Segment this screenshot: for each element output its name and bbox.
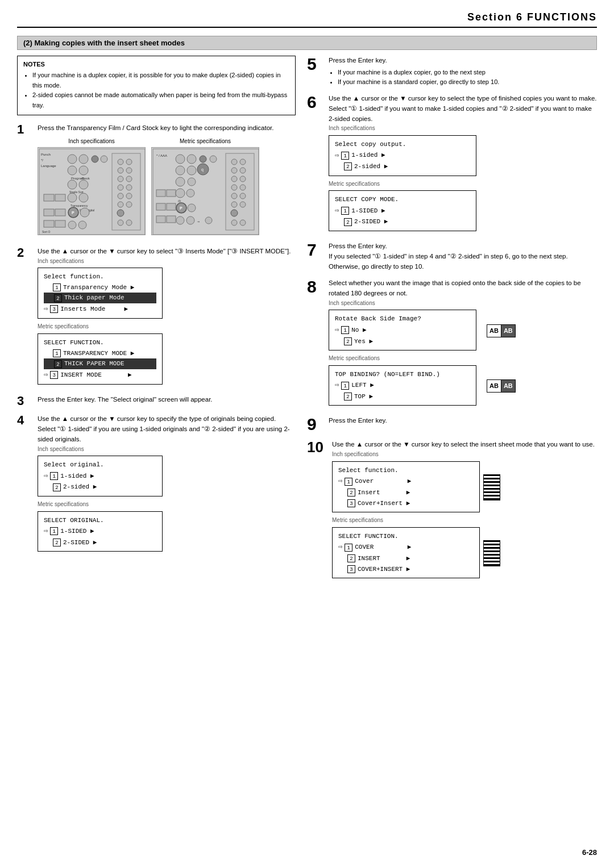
svg-point-89 <box>231 220 237 226</box>
step-4-metric-label: Metric specifications <box>38 500 296 509</box>
step-5-list: If your machine is a duplex copier, go t… <box>329 68 597 87</box>
ab-graphic-inch: AB AB <box>487 324 516 337</box>
step-7-text: Press the Enter key. <box>329 243 387 249</box>
svg-point-48 <box>176 155 185 164</box>
svg-point-85 <box>240 193 246 199</box>
svg-point-18 <box>79 193 88 202</box>
svg-text:Transparency: Transparency <box>70 204 88 207</box>
header: Section 6 FUNCTIONS <box>17 11 597 28</box>
svg-point-8 <box>68 166 77 175</box>
svg-point-53 <box>176 166 185 175</box>
step-2-text: Use the ▲ cursor or the ▼ cursor key to … <box>38 248 291 254</box>
svg-point-86 <box>231 202 237 207</box>
svg-point-25 <box>80 208 89 217</box>
step-5-bullet-1: If your machine is a duplex copier, go t… <box>338 68 597 77</box>
lcd-row-3: ⇨ 3 Inserts Mode ▶ <box>44 303 156 315</box>
lcd-row-1: ⇨ 1 1-sided ▶ <box>335 150 470 161</box>
lcd-title: Select function. <box>44 272 156 282</box>
svg-rect-64 <box>156 203 165 210</box>
svg-point-54 <box>187 166 196 175</box>
lcd-row-1: ⇨ 1 No ▶ <box>335 324 470 336</box>
step-9: 9 Press the Enter key. <box>307 416 597 433</box>
lcd-metric-row-1: ⇨ 1 1-SIDED ▶ <box>335 205 470 216</box>
lcd-metric-row-1: 1 TRANSPARENCY MODE ▶ <box>44 348 156 359</box>
lcd-metric-row-3: ⇨ 3 INSERT MODE ▶ <box>44 369 156 381</box>
svg-text:q: q <box>201 168 204 172</box>
lcd-metric-row-2: 2 THICK PAPER MODE <box>44 358 156 369</box>
lcd-row-3: 3 Cover+Insert ▶ <box>338 498 474 509</box>
step-10-metric-lcd: SELECT FUNCTION. ⇨ 1 COVER ▶ 2 INSERT ▶ <box>332 527 480 578</box>
step-5-number: 5 <box>307 56 329 73</box>
lcd-metric-row-1: ⇨ 1 COVER ▶ <box>338 541 474 553</box>
step-8-metric-row: TOP BINDING? (NO=LEFT BIND.) ⇨ 1 LEFT ▶ … <box>329 363 597 410</box>
svg-point-82 <box>231 185 237 190</box>
step-6-content: Use the ▲ cursor or the ▼ cursor key to … <box>329 94 597 235</box>
lcd-metric-row-2: 2 TOP ▶ <box>335 391 470 402</box>
right-column: 5 Press the Enter key. If your machine i… <box>307 56 597 589</box>
svg-point-84 <box>231 193 237 199</box>
svg-point-88 <box>231 210 238 216</box>
lcd-row-1: 1 Transparency Mode ▶ <box>44 282 156 293</box>
lcd-metric-title: SELECT FUNCTION. <box>44 337 156 348</box>
svg-point-83 <box>240 185 246 190</box>
step-3-text: Press the Enter key. The "Select origina… <box>38 396 213 403</box>
svg-text:Sort O: Sort O <box>42 230 51 233</box>
svg-point-33 <box>126 159 132 165</box>
svg-point-90 <box>240 220 246 226</box>
ab-left: AB <box>487 325 501 337</box>
step-6-number: 6 <box>307 94 329 111</box>
page-number: 6-28 <box>582 848 597 857</box>
step-10-number: 10 <box>307 440 332 454</box>
svg-rect-59 <box>156 190 165 197</box>
svg-point-5 <box>79 155 88 164</box>
step-2-inch-label: Inch specifications <box>38 257 296 266</box>
stripe-graphic <box>483 474 500 500</box>
svg-point-6 <box>92 156 98 162</box>
notes-title: NOTES <box>23 61 289 68</box>
panel-container: Inch specifications Punch */ <box>38 137 296 235</box>
lcd-title: SELECT ORIGINAL. <box>44 515 156 526</box>
step-5: 5 Press the Enter key. If your machine i… <box>307 56 597 87</box>
step-1-content: Press the Transparency Film / Card Stock… <box>38 123 296 239</box>
svg-text:P: P <box>72 211 74 215</box>
lcd-row-2: 2 2-sided ▶ <box>335 161 470 172</box>
step-10-content: Use the ▲ cursor or the ▼ cursor key to … <box>332 440 597 582</box>
svg-point-87 <box>240 202 246 207</box>
lcd-title: SELECT COPY MODE. <box>335 194 470 205</box>
step-1-text: Press the Transparency Film / Card Stock… <box>38 124 273 131</box>
svg-point-35 <box>126 168 132 173</box>
step-8-number: 8 <box>307 278 329 295</box>
step-6-text: Use the ▲ cursor or the ▼ cursor key to … <box>329 95 596 102</box>
step-2-metric-lcd: SELECT FUNCTION. 1 TRANSPARENCY MODE ▶ 2… <box>38 333 163 385</box>
step-8-metric-lcd: TOP BINDING? (NO=LEFT BIND.) ⇨ 1 LEFT ▶ … <box>329 365 476 406</box>
svg-point-62 <box>186 189 194 197</box>
svg-point-45 <box>118 220 123 226</box>
svg-point-4 <box>68 155 77 164</box>
lcd-metric-row-2: 2 2-SIDED ▶ <box>44 537 156 548</box>
svg-point-77 <box>240 159 246 165</box>
svg-point-74 <box>205 217 212 224</box>
step-7: 7 Press the Enter key. If you selected "… <box>307 241 597 272</box>
lcd-metric-row-1: ⇨ 1 1-SIDED ▶ <box>44 525 156 537</box>
svg-point-49 <box>187 155 196 164</box>
svg-rect-69 <box>156 216 165 223</box>
step-2: 2 Use the ▲ cursor or the ▼ cursor key t… <box>17 247 296 389</box>
svg-text:Book: Book <box>82 177 90 180</box>
step-8-metric-label: Metric specifications <box>329 354 597 363</box>
svg-point-9 <box>79 166 88 175</box>
step-5-bullet-2: If your machine is a standard copier, go… <box>338 77 597 87</box>
svg-rect-22 <box>55 209 65 216</box>
lcd-title: SELECT FUNCTION. <box>338 531 474 542</box>
step-2-content: Use the ▲ cursor or the ▼ cursor key to … <box>38 247 296 389</box>
svg-point-29 <box>78 221 86 229</box>
svg-point-42 <box>118 202 123 207</box>
lcd-row-2: 2 Yes ▶ <box>335 336 470 347</box>
panel-metric-label: Metric specifications <box>151 137 259 146</box>
panel-inch-label: Inch specifications <box>38 137 146 146</box>
svg-point-38 <box>118 185 123 190</box>
step-10-metric-row: SELECT FUNCTION. ⇨ 1 COVER ▶ 2 INSERT ▶ <box>332 525 597 582</box>
svg-point-80 <box>231 176 237 182</box>
step-1: 1 Press the Transparency Film / Card Sto… <box>17 123 296 239</box>
step-3: 3 Press the Enter key. The "Select origi… <box>17 395 296 407</box>
step-1-number: 1 <box>17 123 38 136</box>
